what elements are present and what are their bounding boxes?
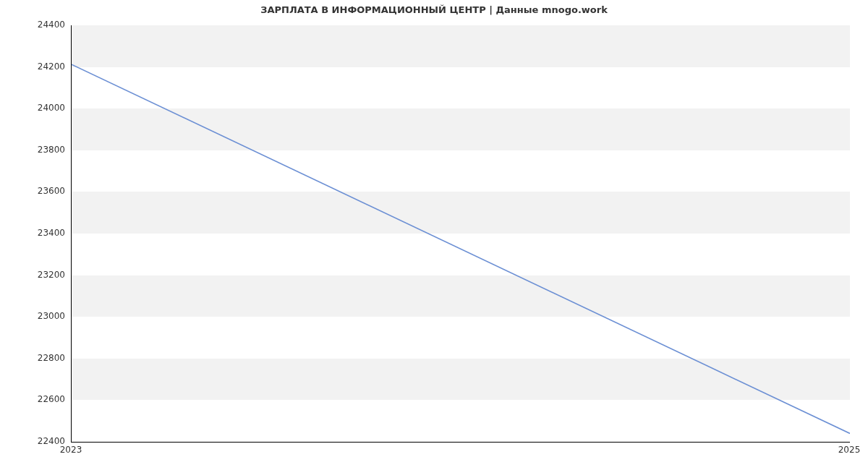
data-line	[72, 64, 850, 433]
y-tick-label: 24000	[0, 103, 65, 113]
chart-container: ЗАРПЛАТА В ИНФОРМАЦИОННЫЙ ЦЕНТР | Данные…	[0, 0, 868, 470]
chart-title: ЗАРПЛАТА В ИНФОРМАЦИОННЫЙ ЦЕНТР | Данные…	[0, 4, 868, 15]
y-tick-label: 23200	[0, 270, 65, 280]
y-tick-label: 23800	[0, 145, 65, 155]
y-tick-label: 23600	[0, 186, 65, 196]
y-tick-label: 23000	[0, 311, 65, 321]
y-tick-label: 24400	[0, 20, 65, 30]
y-tick-label: 24200	[0, 61, 65, 72]
y-tick-label: 22600	[0, 394, 65, 404]
plot-area	[71, 25, 850, 443]
line-chart-svg	[72, 25, 850, 442]
x-tick-label: 2025	[838, 445, 861, 455]
y-tick-label: 23400	[0, 228, 65, 238]
y-tick-label: 22400	[0, 436, 65, 446]
y-tick-label: 22800	[0, 353, 65, 363]
x-tick-label: 2023	[60, 445, 82, 455]
